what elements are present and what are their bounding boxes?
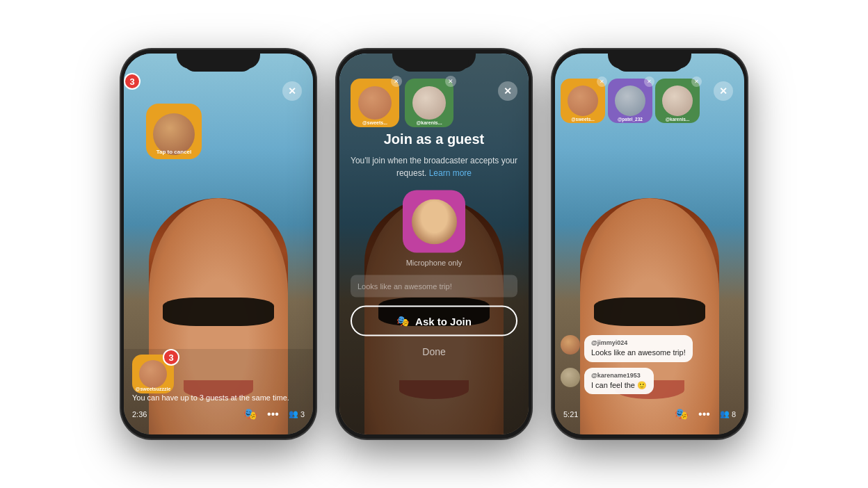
preview-text: Looks like an awesome trip!: [357, 282, 452, 291]
ask-icon: 🎭: [396, 315, 410, 327]
avatar-container-2a: @sweets... ✕: [351, 79, 399, 127]
chat-text-2: I can feel the 🙂: [591, 380, 647, 390]
user-face-2: [412, 199, 457, 244]
chat-text-1: Looks like an awesome trip!: [591, 348, 686, 357]
emoji-icon-1[interactable]: 🎭: [243, 407, 257, 421]
chat-bubble-2: @karename1953 I can feel the 🙂: [561, 368, 739, 394]
notch-2: [399, 55, 469, 72]
top-avatars-2: @sweets... ✕ @karenis... ✕: [351, 79, 453, 127]
chat-bubble-1: @jimmyi024 Looks like an awesome trip!: [561, 335, 739, 361]
preview-bar: Looks like an awesome trip!: [351, 275, 517, 298]
avatar-2b[interactable]: @karenis...: [405, 79, 453, 127]
cancel-label-1: Tap to cancel: [146, 149, 202, 155]
chat-section: @jimmyi024 Looks like an awesome trip! @…: [555, 335, 744, 400]
top-avatar-1[interactable]: Tap to cancel: [146, 104, 202, 159]
avatar-container-2b: @karenis... ✕: [405, 79, 453, 127]
modal-title: Join as a guest: [351, 131, 517, 147]
time-1: 2:36: [132, 410, 147, 418]
people-icon-3: 👥: [720, 409, 730, 418]
join-modal: Join as a guest You'll join when the bro…: [351, 131, 517, 357]
done-button[interactable]: Done: [351, 346, 517, 357]
people-count-1[interactable]: 👥 3: [289, 409, 305, 418]
avatar-label-2b: @karenis...: [405, 120, 453, 125]
mic-label: Microphone only: [351, 259, 517, 267]
remove-btn-2a[interactable]: ✕: [391, 76, 402, 87]
user-avatar-2: [403, 190, 465, 253]
people-count-3[interactable]: 👥 8: [720, 409, 736, 418]
chat-username-1: @jimmyi024: [591, 339, 686, 346]
avatar-label-3c: @karenis...: [655, 117, 700, 122]
cancel-row-1: @sweetsuzzzie 3: [132, 355, 305, 393]
close-button-1[interactable]: ✕: [282, 81, 302, 101]
avatar-face-2b: [412, 86, 446, 120]
chat-content-1: @jimmyi024 Looks like an awesome trip!: [584, 335, 693, 361]
remove-btn-3a[interactable]: ✕: [597, 76, 607, 87]
avatar-face-3a: [568, 86, 598, 116]
bottom-bar-3: 5:21 🎭 ••• 👥 8: [555, 403, 744, 434]
chat-content-2: @karename1953 I can feel the 🙂: [584, 368, 654, 394]
avatar-label-3a: @sweets...: [561, 117, 605, 122]
info-text-1: You can have up to 3 guests at the same …: [132, 393, 305, 402]
avatar-label-3b: @patel_232: [608, 117, 652, 122]
guest-badge-1: 3: [124, 73, 140, 90]
remove-btn-3c[interactable]: ✕: [691, 76, 702, 87]
avatar-container-3b: @patel_232 ✕: [608, 79, 652, 123]
toolbar-icons-1: 🎭 ••• 👥 3: [243, 407, 305, 421]
chat-avatar-2: [561, 368, 580, 387]
close-button-2[interactable]: ✕: [498, 81, 517, 101]
chat-username-2: @karename1953: [591, 372, 647, 379]
avatar-container-3a: @sweets... ✕: [561, 79, 605, 123]
ask-to-join-button[interactable]: 🎭 Ask to Join: [351, 306, 517, 336]
remove-btn-2b[interactable]: ✕: [445, 76, 456, 87]
close-button-3[interactable]: ✕: [714, 81, 733, 101]
learn-more-link[interactable]: Learn more: [429, 168, 472, 178]
toolbar-icons-3: 🎭 ••• 👥 8: [675, 407, 736, 421]
notch-3: [615, 55, 684, 72]
user-face-inner-2: [412, 199, 457, 244]
avatar-label-2a: @sweets...: [351, 120, 399, 125]
remove-btn-3b[interactable]: ✕: [644, 76, 654, 87]
toolbar-1: 2:36 🎭 ••• 👥 3: [132, 407, 305, 421]
more-icon-1[interactable]: •••: [267, 408, 279, 421]
more-icon-3[interactable]: •••: [698, 408, 710, 421]
avatar-2a[interactable]: @sweets...: [351, 79, 399, 127]
bottom-bar-1: @sweetsuzzzie 3 You can have up to 3 gue…: [124, 349, 313, 434]
bottom-username-1: @sweetsuzzzie: [132, 387, 174, 391]
avatar-face-3c: [662, 86, 693, 116]
people-num-3: 8: [732, 410, 736, 418]
time-3: 5:21: [563, 410, 578, 418]
top-avatars-3: @sweets... ✕ @patel_232 ✕ @karenis...: [561, 79, 700, 123]
avatar-container-3c: @karenis... ✕: [655, 79, 700, 123]
emoji-icon-3[interactable]: 🎭: [675, 407, 689, 421]
modal-desc: You'll join when the broadcaster accepts…: [351, 154, 517, 179]
phone-3: ✕ @sweets... ✕ @patel_232 ✕: [552, 49, 747, 439]
avatar-face-2a: [358, 86, 392, 120]
phone-1: ✕ Tap to cancel 3 @sweetsuzzzie: [121, 49, 316, 439]
chat-avatar-1: [561, 335, 580, 355]
people-icon-1: 👥: [289, 409, 298, 418]
bottom-badge-1: 3: [163, 349, 179, 366]
avatar-face-3b: [615, 86, 645, 116]
people-num-1: 3: [300, 410, 305, 418]
ask-label: Ask to Join: [415, 315, 472, 327]
notch-1: [184, 55, 253, 72]
bottom-avatar-face-1: [139, 360, 167, 388]
phone-2: ✕ @sweets... ✕ @karenis... ✕: [337, 49, 531, 439]
